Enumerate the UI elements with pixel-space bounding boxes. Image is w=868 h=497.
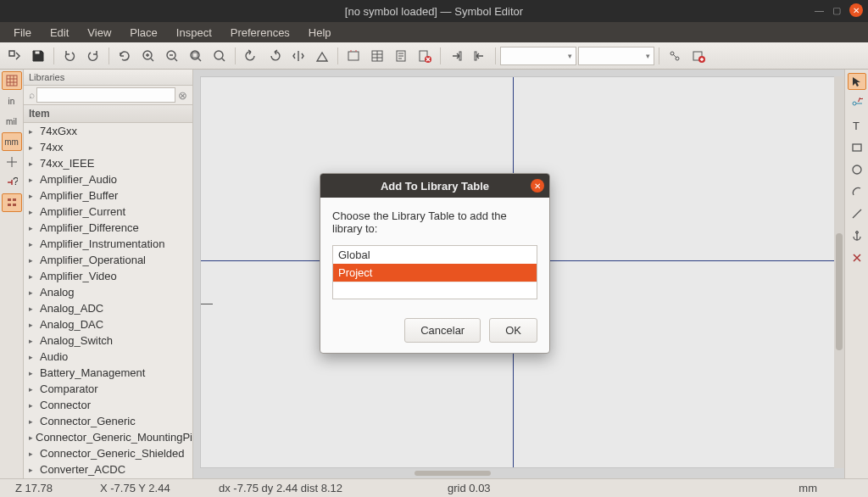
, library-item[interactable]: ▸74xx_IEEE [24,155,192,171]
expand-icon[interactable]: ▸ [29,272,37,281]
delete-tool-button[interactable] [848,249,866,266]
expand-icon[interactable]: ▸ [29,369,37,377]
, library-item[interactable]: ▸Analog_DAC [24,316,192,332]
expand-icon[interactable]: ▸ [29,433,33,442]
pin-tool-button[interactable]: A [848,95,866,112]
erc-button[interactable] [414,46,436,66]
save-button[interactable] [27,46,49,66]
redo-button[interactable] [82,46,104,66]
, library-item[interactable]: ▸Converter_ACDC [24,461,192,477]
expand-icon[interactable]: ▸ [29,192,37,200]
unit-mil-button[interactable]: mil [2,112,22,131]
, library-item[interactable]: ▸Amplifier_Buffer [24,187,192,204]
menu-edit[interactable]: Edit [42,24,77,42]
window-minimize-button[interactable]: — [815,5,824,15]
expand-icon[interactable]: ▸ [29,176,37,184]
mirror-v-button[interactable] [311,46,333,66]
, library-item[interactable]: ▸Analog [24,284,192,300]
expand-icon[interactable]: ▸ [29,256,37,265]
menu-place[interactable]: Place [121,24,166,42]
, library-item[interactable]: ▸Battery_Management [24,365,192,381]
tree-view-button[interactable] [2,193,22,212]
library-search-input[interactable] [36,87,175,103]
, library-item[interactable]: ▸Amplifier_Operational [24,252,192,268]
library-list[interactable]: ▸74xGxx▸74xx▸74xx_IEEE▸Amplifier_Audio▸A… [24,123,192,478]
arc-tool-button[interactable] [848,183,866,200]
, library-item[interactable]: ▸Connector [24,397,192,413]
new-symbol-button[interactable] [3,46,25,66]
clear-search-button[interactable]: ⊗ [175,89,189,102]
text-tool-button[interactable]: T [848,117,866,134]
expand-icon[interactable]: ▸ [29,417,37,426]
expand-icon[interactable]: ▸ [29,127,37,136]
unit-inch-button[interactable]: in [2,92,22,110]
anchor-tool-button[interactable] [848,227,866,244]
expand-icon[interactable]: ▸ [29,304,37,313]
, library-item[interactable]: ▸Comparator [24,381,192,397]
grid-toggle-button[interactable] [2,71,22,90]
, library-item[interactable]: ▸Amplifier_Difference [24,220,192,236]
rotate-ccw-button[interactable] [240,46,262,66]
mirror-h-button[interactable] [287,46,309,66]
, library-item[interactable]: ▸74xx [24,139,192,155]
, library-item[interactable]: ▸Amplifier_Instrumentation [24,236,192,252]
, library-item[interactable]: ▸Analog_Switch [24,332,192,349]
pin-show-button[interactable]: ? [2,173,22,192]
pin-table-button[interactable] [366,46,388,66]
, library-item[interactable]: ▸Connector_Generic_Shielded [24,445,192,461]
expand-icon[interactable]: ▸ [29,450,37,458]
add-library-button[interactable] [687,46,709,66]
, library-item[interactable]: ▸Amplifier_Current [24,204,192,220]
unit-select[interactable]: ▾ [500,47,576,65]
expand-icon[interactable]: ▸ [29,401,37,410]
line-tool-button[interactable] [848,205,866,222]
expand-icon[interactable]: ▸ [29,466,37,474]
, library-item[interactable]: ▸Audio [24,349,192,365]
menu-inspect[interactable]: Inspect [168,24,220,42]
datasheet-button[interactable] [390,46,412,66]
zoom-in-button[interactable] [137,46,159,66]
rectangle-tool-button[interactable] [848,139,866,156]
zoom-fit-button[interactable] [185,46,207,66]
circle-tool-button[interactable] [848,161,866,178]
, library-item[interactable]: ▸Amplifier_Video [24,268,192,284]
, library-item[interactable]: ▸74xGxx [24,123,192,139]
window-maximize-button[interactable]: ▢ [832,5,841,16]
expand-icon[interactable]: ▸ [29,143,37,152]
cursor-shape-button[interactable] [2,153,22,171]
expand-icon[interactable]: ▸ [29,337,37,345]
expand-icon[interactable]: ▸ [29,159,37,168]
rotate-cw-button[interactable] [264,46,286,66]
expand-icon[interactable]: ▸ [29,208,37,216]
expand-icon[interactable]: ▸ [29,240,37,248]
expand-icon[interactable]: ▸ [29,224,37,232]
menu-view[interactable]: View [79,24,120,42]
body-style-select[interactable]: ▾ [578,47,654,65]
drawing-canvas[interactable] [200,76,837,468]
import-button[interactable] [469,46,491,66]
, library-item[interactable]: ▸Connector_Generic [24,413,192,429]
menu-preferences[interactable]: Preferences [222,24,298,42]
expand-icon[interactable]: ▸ [29,353,37,361]
unit-mm-button[interactable]: mm [2,132,22,151]
canvas-hscrollbar-thumb[interactable] [415,471,491,476]
, library-item[interactable]: ▸Amplifier_Audio [24,171,192,187]
expand-icon[interactable]: ▸ [29,385,37,394]
symbol-properties-button[interactable] [342,46,364,66]
sync-pins-button[interactable] [664,46,686,66]
zoom-select-button[interactable] [209,46,231,66]
select-tool-button[interactable] [848,73,866,90]
undo-button[interactable] [58,46,81,66]
canvas-vscrollbar[interactable] [834,76,844,468]
expand-icon[interactable]: ▸ [29,321,37,329]
library-column-header[interactable]: Item [24,105,192,123]
menu-file[interactable]: File [5,24,40,42]
scrollbar-thumb[interactable] [836,233,843,351]
expand-icon[interactable]: ▸ [29,288,37,297]
export-button[interactable] [445,46,467,66]
window-close-button[interactable]: ✕ [849,3,863,17]
menu-help[interactable]: Help [300,24,340,42]
, library-item[interactable]: ▸Connector_Generic_MountingPin [24,429,192,445]
refresh-button[interactable] [114,46,136,66]
zoom-out-button[interactable] [161,46,183,66]
